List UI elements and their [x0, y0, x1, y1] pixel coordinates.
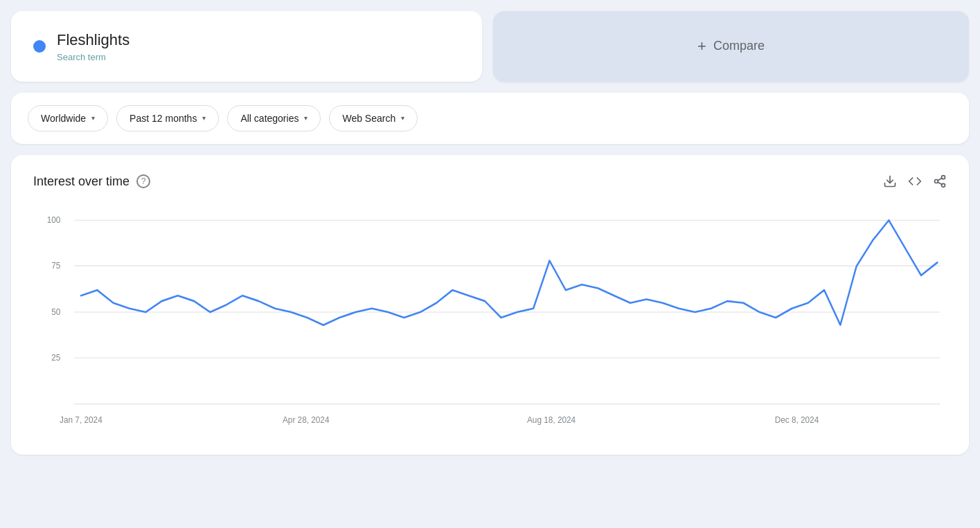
term-type: Search term — [57, 52, 130, 62]
chart-card: Interest over time ? — [11, 155, 969, 455]
chart-area: 100 75 50 25 Jan 7, 2024 Apr 28, 2024 Au… — [33, 206, 947, 441]
term-info: Fleshlights Search term — [57, 30, 130, 62]
chart-header: Interest over time ? — [33, 174, 947, 189]
region-chevron-icon: ▾ — [91, 114, 95, 122]
filter-bar: Worldwide ▾ Past 12 months ▾ All categor… — [11, 93, 969, 144]
category-filter[interactable]: All categories ▾ — [227, 105, 321, 131]
compare-plus-icon: + — [697, 37, 706, 55]
search-type-filter[interactable]: Web Search ▾ — [329, 105, 418, 131]
y-label-100: 100 — [47, 215, 61, 226]
term-name: Fleshlights — [57, 30, 130, 51]
search-term-indicator — [33, 40, 46, 53]
svg-line-5 — [938, 179, 942, 181]
y-label-75: 75 — [51, 261, 60, 271]
x-label-aug: Aug 18, 2024 — [527, 415, 576, 426]
y-label-50: 50 — [51, 307, 60, 317]
time-filter[interactable]: Past 12 months ▾ — [116, 105, 219, 131]
time-label: Past 12 months — [130, 113, 197, 124]
chart-title-row: Interest over time ? — [33, 174, 150, 189]
svg-line-4 — [938, 182, 942, 184]
search-type-label: Web Search — [342, 113, 395, 124]
share-icon[interactable] — [933, 174, 947, 188]
search-type-chevron-icon: ▾ — [401, 114, 404, 122]
top-row: Fleshlights Search term + Compare — [11, 11, 969, 82]
download-icon[interactable] — [883, 174, 897, 188]
category-chevron-icon: ▾ — [304, 114, 308, 122]
x-label-dec: Dec 8, 2024 — [775, 415, 819, 426]
chart-line — [81, 220, 937, 325]
embed-icon[interactable] — [908, 174, 922, 188]
chart-title: Interest over time — [33, 174, 130, 189]
y-label-25: 25 — [51, 352, 60, 363]
compare-label: Compare — [713, 39, 765, 53]
help-icon[interactable]: ? — [136, 174, 150, 188]
search-term-card: Fleshlights Search term — [11, 11, 482, 82]
region-filter[interactable]: Worldwide ▾ — [28, 105, 108, 131]
region-label: Worldwide — [41, 113, 86, 124]
chart-svg: 100 75 50 25 Jan 7, 2024 Apr 28, 2024 Au… — [33, 206, 947, 441]
x-label-jan: Jan 7, 2024 — [60, 415, 103, 426]
time-chevron-icon: ▾ — [202, 114, 206, 122]
compare-card[interactable]: + Compare — [493, 11, 969, 82]
category-label: All categories — [240, 113, 299, 124]
x-label-apr: Apr 28, 2024 — [283, 415, 330, 426]
chart-actions — [883, 174, 947, 188]
